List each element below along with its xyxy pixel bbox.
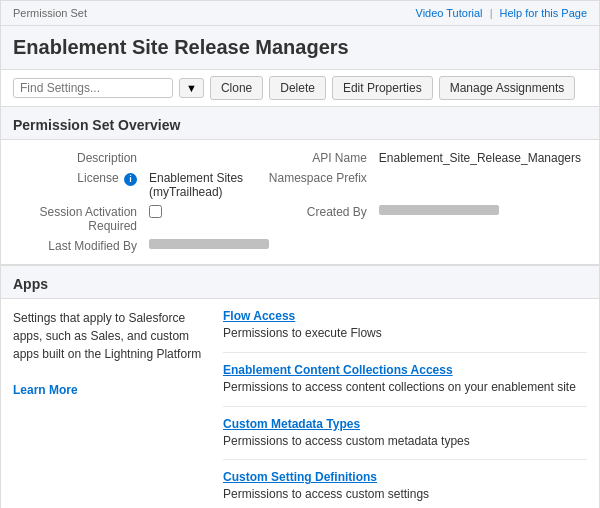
page-header: Enablement Site Release Managers [1,26,599,70]
description-value [143,148,253,168]
api-name-label: API Name [253,148,373,168]
search-input[interactable] [20,81,150,95]
help-link[interactable]: Help for this Page [500,7,587,19]
last-modified-label: Last Modified By [13,236,143,256]
last-modified-blurred [149,239,269,249]
last-modified-value [143,236,587,256]
perm-title-custom-settings[interactable]: Custom Setting Definitions [223,470,587,484]
apps-content: Settings that apply to Salesforce apps, … [1,299,599,508]
perm-desc-custom-settings: Permissions to access custom settings [223,486,587,503]
perm-item-custom-metadata: Custom Metadata Types Permissions to acc… [223,417,587,461]
perm-item-custom-settings: Custom Setting Definitions Permissions t… [223,470,587,508]
table-row: Session ActivationRequired Created By [13,202,587,236]
namespace-prefix-value [373,168,587,202]
overview-section: Permission Set Overview Description API … [1,107,599,266]
session-activation-checkbox[interactable] [149,205,162,218]
clone-button[interactable]: Clone [210,76,263,100]
table-row: Description API Name Enablement_Site_Rel… [13,148,587,168]
video-tutorial-link[interactable]: Video Tutorial [416,7,483,19]
permission-set-label: Permission Set [13,7,87,19]
created-by-label: Created By [253,202,373,236]
page-container: Permission Set Video Tutorial | Help for… [0,0,600,508]
perm-desc-custom-metadata: Permissions to access custom metadata ty… [223,433,587,450]
perm-desc-enablement-content: Permissions to access content collection… [223,379,587,396]
edit-properties-button[interactable]: Edit Properties [332,76,433,100]
manage-assignments-button[interactable]: Manage Assignments [439,76,576,100]
link-separator: | [490,7,493,19]
license-value: Enablement Sites (myTrailhead) [143,168,253,202]
description-label: Description [13,148,143,168]
license-info-icon[interactable]: i [124,173,137,186]
search-box[interactable] [13,78,173,98]
perm-item-flow-access: Flow Access Permissions to execute Flows [223,309,587,353]
overview-table: Description API Name Enablement_Site_Rel… [1,140,599,264]
page-title: Enablement Site Release Managers [13,36,587,59]
overview-section-header: Permission Set Overview [1,107,599,140]
perm-item-enablement-content: Enablement Content Collections Access Pe… [223,363,587,407]
overview-section-title: Permission Set Overview [13,117,587,133]
perm-title-custom-metadata[interactable]: Custom Metadata Types [223,417,587,431]
apps-section: Apps Settings that apply to Salesforce a… [1,266,599,508]
apps-section-header: Apps [1,266,599,299]
perm-desc-flow-access: Permissions to execute Flows [223,325,587,342]
namespace-prefix-label: Namespace Prefix [253,168,373,202]
created-by-value [373,202,587,236]
apps-left-col: Settings that apply to Salesforce apps, … [13,309,213,508]
delete-button[interactable]: Delete [269,76,326,100]
perm-title-enablement-content[interactable]: Enablement Content Collections Access [223,363,587,377]
apps-right-col: Flow Access Permissions to execute Flows… [223,309,587,508]
help-links: Video Tutorial | Help for this Page [416,7,588,19]
api-name-value: Enablement_Site_Release_Managers [373,148,587,168]
table-row: Last Modified By [13,236,587,256]
created-by-blurred [379,205,499,215]
apps-learn-more-link[interactable]: Learn More [13,383,78,397]
table-row: License i Enablement Sites (myTrailhead)… [13,168,587,202]
perm-title-flow-access[interactable]: Flow Access [223,309,587,323]
session-activation-label: Session ActivationRequired [13,202,143,236]
session-activation-value[interactable] [143,202,253,236]
top-bar: Permission Set Video Tutorial | Help for… [1,1,599,26]
license-label: License i [13,168,143,202]
apps-description: Settings that apply to Salesforce apps, … [13,309,213,363]
toolbar: ▼ Clone Delete Edit Properties Manage As… [1,70,599,107]
apps-section-title: Apps [13,276,587,292]
search-options-button[interactable]: ▼ [179,78,204,98]
